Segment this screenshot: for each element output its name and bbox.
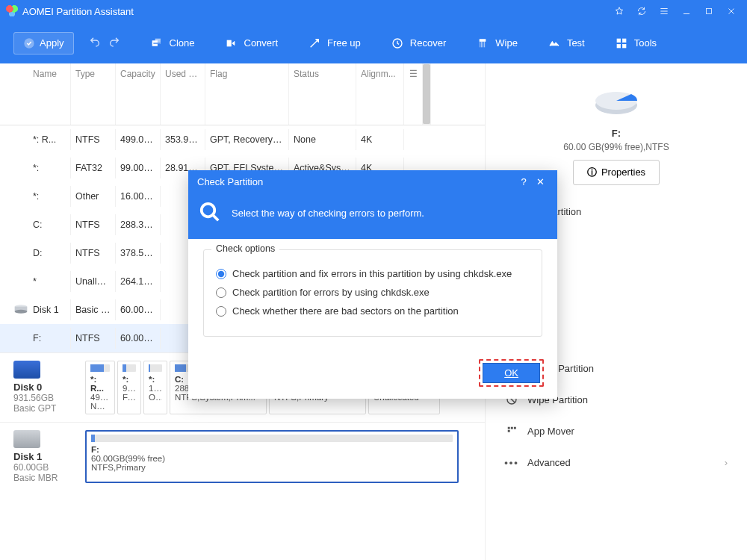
toolbar-label: Test bbox=[567, 37, 585, 49]
chevron-right-icon: › bbox=[725, 457, 728, 468]
columns-menu-icon[interactable]: ☰ bbox=[404, 63, 422, 125]
toolbar-label: Convert bbox=[244, 37, 279, 49]
partition-block-type: NTFS,Primary bbox=[91, 463, 453, 472]
maximize-button[interactable] bbox=[699, 1, 719, 21]
cell-flag: GPT, Recovery P... bbox=[205, 129, 289, 150]
magnifier-icon bbox=[199, 201, 221, 225]
ok-label: OK bbox=[504, 367, 518, 379]
app-title: AOMEI Partition Assistant bbox=[22, 6, 607, 17]
disk-size: 931.56GB bbox=[13, 393, 81, 403]
toolbar-convert[interactable]: Convert bbox=[219, 32, 285, 55]
tools-icon bbox=[615, 37, 628, 50]
refresh-icon[interactable] bbox=[632, 1, 651, 21]
cell-name: *: bbox=[0, 158, 71, 178]
favorite-icon[interactable] bbox=[610, 1, 629, 21]
table-row[interactable]: *: R...NTFS499.00...353.94...GPT, Recove… bbox=[0, 125, 485, 154]
minimize-button[interactable] bbox=[677, 1, 696, 21]
operation-label: App Mover bbox=[527, 426, 574, 437]
properties-button[interactable]: ⓘProperties bbox=[573, 160, 660, 185]
radio-input[interactable] bbox=[216, 287, 226, 298]
check-partition-dialog: Check Partition ? ✕ Select the way of ch… bbox=[188, 170, 557, 399]
check-option-label: Check partition for errors by using chkd… bbox=[232, 287, 430, 298]
svg-rect-7 bbox=[617, 39, 621, 43]
disk-size: 60.00GB bbox=[13, 462, 81, 473]
operation-dots[interactable]: •••Advanced› bbox=[500, 447, 732, 478]
cell-capacity: 99.00MB bbox=[116, 158, 161, 178]
col-name[interactable]: Name bbox=[0, 63, 71, 125]
partition-block[interactable]: *:16.0...Oth... bbox=[143, 361, 167, 414]
free-up-icon bbox=[308, 37, 321, 50]
dialog-close-icon[interactable]: ✕ bbox=[532, 176, 548, 187]
check-option-1[interactable]: Check partition for errors by using chkd… bbox=[216, 287, 530, 298]
partition-block-type: NTF... bbox=[90, 402, 110, 411]
toolbar-test[interactable]: Test bbox=[542, 32, 591, 55]
cell-type: Unalloc... bbox=[71, 271, 116, 292]
recover-icon bbox=[391, 37, 404, 50]
properties-label: Properties bbox=[601, 167, 645, 178]
radio-input[interactable] bbox=[216, 269, 226, 279]
toolbar-wipe[interactable]: Wipe bbox=[470, 32, 524, 55]
toolbar-label: Tools bbox=[634, 37, 657, 49]
col-used[interactable]: Used S... bbox=[161, 63, 205, 125]
col-alignment[interactable]: Alignm... bbox=[356, 63, 404, 125]
col-status[interactable]: Status bbox=[289, 63, 356, 125]
clone-icon bbox=[150, 37, 164, 50]
toolbar-label: Recover bbox=[410, 37, 446, 49]
table-header: Name Type Capacity Used S... Flag Status… bbox=[0, 63, 485, 125]
apply-label: Apply bbox=[40, 37, 64, 49]
cell-name: *: bbox=[0, 186, 71, 207]
operation-appmover[interactable]: App Mover bbox=[500, 415, 732, 447]
disk-icon bbox=[13, 361, 40, 379]
apply-button[interactable]: Apply bbox=[13, 32, 74, 55]
toolbar-free-up[interactable]: Free up bbox=[302, 32, 367, 55]
partition-block-type: Oth... bbox=[149, 393, 162, 402]
undo-button[interactable] bbox=[89, 36, 101, 50]
dialog-body: Check options Check partition and fix er… bbox=[188, 239, 557, 352]
cell-name: C: bbox=[0, 214, 71, 235]
svg-rect-9 bbox=[617, 44, 621, 48]
cell-status: None bbox=[289, 129, 356, 150]
dialog-title: Check Partition bbox=[197, 176, 515, 187]
usage-bar bbox=[91, 435, 453, 442]
radio-input[interactable] bbox=[216, 306, 226, 317]
close-button[interactable] bbox=[722, 1, 741, 21]
cell-type: FAT32 bbox=[71, 158, 116, 178]
partition-block-name: F: bbox=[91, 445, 453, 454]
scrollbar[interactable] bbox=[422, 63, 431, 125]
toolbar-clone[interactable]: Clone bbox=[144, 32, 201, 55]
partition-name: F: bbox=[493, 128, 740, 139]
disk-name: Disk 1 bbox=[13, 451, 81, 462]
dots-icon: ••• bbox=[505, 455, 518, 469]
partition-block[interactable]: *:99....FAT... bbox=[117, 361, 141, 414]
col-capacity[interactable]: Capacity bbox=[116, 63, 161, 125]
disk-row: Disk 160.00GBBasic MBRF:60.00GB(99% free… bbox=[0, 422, 485, 491]
usage-bar bbox=[149, 364, 162, 372]
toolbar-tools[interactable]: Tools bbox=[609, 32, 663, 55]
partition-block-name: *: bbox=[123, 375, 136, 384]
menu-icon[interactable] bbox=[654, 1, 674, 21]
check-option-2[interactable]: Check whether there are bad sectors on t… bbox=[216, 305, 530, 317]
check-option-0[interactable]: Check partition and fix errors in this p… bbox=[216, 268, 530, 279]
cell-type: Other bbox=[71, 186, 116, 207]
redo-button[interactable] bbox=[108, 36, 120, 50]
col-type[interactable]: Type bbox=[71, 63, 116, 125]
ok-button[interactable]: OK bbox=[483, 363, 540, 383]
svg-rect-17 bbox=[508, 427, 510, 429]
toolbar-recover[interactable]: Recover bbox=[385, 32, 452, 55]
cell-align: 4K bbox=[356, 129, 404, 150]
cell-name: *: R... bbox=[0, 129, 71, 150]
dialog-help-icon[interactable]: ? bbox=[515, 176, 532, 187]
partition-block-size: 499.... bbox=[90, 393, 110, 402]
col-flag[interactable]: Flag bbox=[205, 63, 289, 125]
dialog-header: Check Partition ? ✕ bbox=[188, 170, 557, 193]
disk-label: Disk 0931.56GBBasic GPT bbox=[13, 361, 81, 414]
cell-name: * bbox=[0, 271, 71, 292]
test-icon bbox=[548, 37, 561, 50]
partition-block[interactable]: F:60.00GB(99% free)NTFS,Primary bbox=[85, 430, 459, 483]
check-options-frame: Check options Check partition and fix er… bbox=[203, 249, 542, 337]
cell-capacity: 264.12... bbox=[116, 271, 161, 292]
main-toolbar: Apply CloneConvertFree upRecoverWipeTest… bbox=[0, 22, 747, 63]
partition-details: 60.00 GB(99% free),NTFS bbox=[493, 142, 740, 152]
wipe-icon bbox=[476, 37, 489, 50]
partition-block[interactable]: *: R...499....NTF... bbox=[85, 361, 115, 414]
